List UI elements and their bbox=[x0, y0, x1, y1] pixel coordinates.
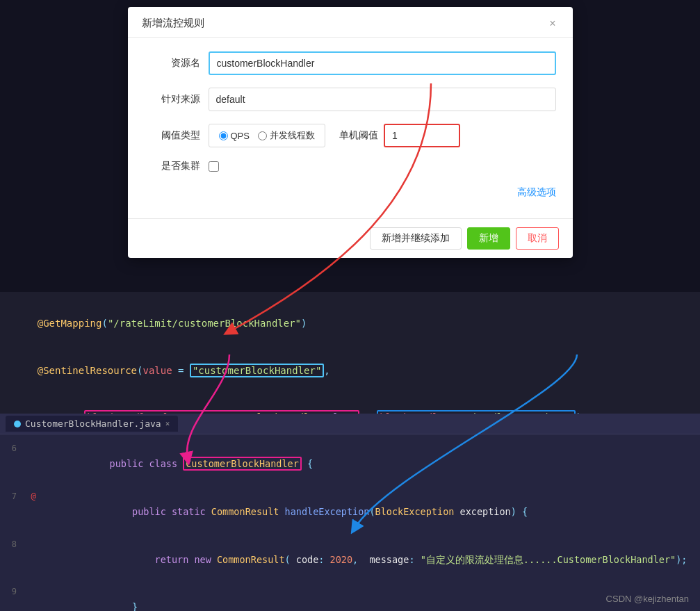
csdn-watermark: CSDN @kejizhentan bbox=[606, 594, 689, 604]
from-source-label: 针对来源 bbox=[145, 93, 200, 106]
line-num-9: 9 bbox=[0, 585, 25, 598]
line-num-6: 6 bbox=[0, 441, 25, 455]
qps-radio[interactable] bbox=[219, 131, 228, 140]
breakpoint-7: @ bbox=[31, 489, 35, 503]
line-content-9: } bbox=[42, 583, 700, 611]
line-content-6: public class CustomerBlockHandler { bbox=[42, 440, 700, 488]
qps-option[interactable]: QPS bbox=[219, 131, 250, 141]
line-num-7: 7 bbox=[0, 489, 25, 503]
source-name-input[interactable] bbox=[209, 51, 556, 75]
dialog-header: 新增流控规则 × bbox=[128, 7, 573, 38]
concurrent-radio[interactable] bbox=[258, 131, 267, 140]
code-row-6: 6 public class CustomerBlockHandler { bbox=[0, 440, 700, 488]
dialog-body: 资源名 针对来源 阈值类型 QPS 并发线程数 bbox=[128, 38, 573, 218]
concurrent-option[interactable]: 并发线程数 bbox=[258, 129, 315, 142]
code-section-bottom: CustomerBlockHandler.java × 6 public cla… bbox=[0, 414, 700, 611]
add-flow-rule-dialog: 新增流控规则 × 资源名 针对来源 阈值类型 QPS bbox=[128, 7, 573, 258]
code-line-getmapping: @GetMapping("/rateLimit/customerBlockHan… bbox=[14, 300, 686, 347]
cluster-row: 是否集群 bbox=[145, 160, 556, 172]
code-row-9: 9 } bbox=[0, 583, 700, 611]
add-button[interactable]: 新增 bbox=[467, 227, 510, 250]
threshold-row: QPS 并发线程数 单机阈值 bbox=[209, 124, 556, 147]
advanced-options-link[interactable]: 高级选项 bbox=[517, 186, 556, 197]
code-row-8: 8 return new CommonResult( code: 2020, m… bbox=[0, 536, 700, 584]
source-name-label: 资源名 bbox=[145, 57, 200, 70]
cluster-label: 是否集群 bbox=[145, 160, 200, 172]
code-content-bottom: 6 public class CustomerBlockHandler { 7 … bbox=[0, 434, 700, 611]
dialog-overlay: 新增流控规则 × 资源名 针对来源 阈值类型 QPS bbox=[0, 0, 700, 292]
code-line-sentinel1: @SentinelResource(value = "customerBlock… bbox=[14, 347, 686, 393]
threshold-value-input[interactable] bbox=[384, 124, 460, 147]
cancel-button[interactable]: 取消 bbox=[516, 227, 559, 250]
file-tab-customerblockhandler[interactable]: CustomerBlockHandler.java × bbox=[6, 416, 178, 432]
from-source-row: 针对来源 bbox=[145, 88, 556, 111]
threshold-type-radio-group: QPS 并发线程数 bbox=[209, 124, 325, 147]
advanced-link-row: 高级选项 bbox=[145, 185, 556, 199]
line-gutter-7: @ bbox=[25, 489, 42, 503]
file-tab-bar: CustomerBlockHandler.java × bbox=[0, 414, 700, 434]
add-continue-button[interactable]: 新增并继续添加 bbox=[370, 227, 462, 250]
code-section-middle: @GetMapping("/rateLimit/customerBlockHan… bbox=[0, 292, 700, 414]
from-source-input[interactable] bbox=[209, 88, 556, 111]
line-num-8: 8 bbox=[0, 537, 25, 551]
file-tab-icon bbox=[14, 421, 21, 427]
file-tab-close-button[interactable]: × bbox=[165, 419, 170, 428]
line-content-8: return new CommonResult( code: 2020, mes… bbox=[42, 536, 700, 584]
dialog-footer: 新增并继续添加 新增 取消 bbox=[128, 218, 573, 258]
threshold-type-label: 阈值类型 bbox=[145, 129, 200, 142]
file-tab-name: CustomerBlockHandler.java bbox=[25, 418, 161, 429]
threshold-type-row: 阈值类型 QPS 并发线程数 单机阈值 bbox=[145, 124, 556, 147]
code-row-7: 7 @ public static CommonResult handleExc… bbox=[0, 488, 700, 536]
cluster-checkbox[interactable] bbox=[209, 161, 219, 172]
dialog-close-button[interactable]: × bbox=[546, 18, 558, 29]
threshold-value-group: 单机阈值 bbox=[339, 124, 460, 147]
dialog-title: 新增流控规则 bbox=[142, 17, 204, 30]
threshold-value-label: 单机阈值 bbox=[339, 129, 378, 142]
source-name-row: 资源名 bbox=[145, 51, 556, 75]
line-content-7: public static CommonResult handleExcepti… bbox=[42, 488, 700, 536]
